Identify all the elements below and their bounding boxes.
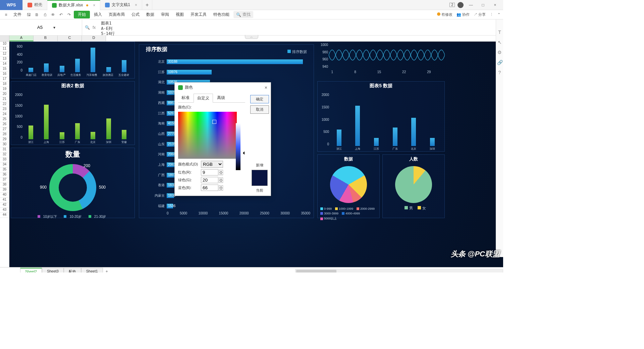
dialog-titlebar[interactable]: 颜色 × (175, 83, 271, 92)
row-header[interactable]: 43 (0, 208, 9, 213)
print-icon[interactable]: ⎙ (42, 11, 48, 18)
row-header[interactable]: 10 (0, 42, 9, 47)
menu-icon[interactable]: ≡ (3, 11, 9, 18)
row-header[interactable]: 33 (0, 157, 9, 162)
row-header[interactable]: 17 (0, 77, 9, 82)
close-button[interactable]: × (490, 3, 500, 7)
close-icon[interactable]: × (93, 3, 95, 8)
row-header[interactable]: 37 (0, 178, 9, 183)
row-header[interactable]: 31 (0, 147, 9, 152)
tab-advanced[interactable]: 高级 (214, 94, 228, 102)
select-tool-icon[interactable]: ↖ (497, 40, 502, 45)
sheet-tab[interactable]: Sheet3 (42, 268, 64, 273)
minimize-button[interactable]: — (466, 3, 476, 7)
row-header[interactable]: 13 (0, 57, 9, 62)
ok-button[interactable]: 确定 (250, 95, 269, 103)
row-header[interactable]: 35 (0, 167, 9, 172)
row-header[interactable]: 28 (0, 132, 9, 137)
row-header[interactable]: 14 (0, 62, 9, 67)
row-header[interactable]: 40 (0, 193, 9, 198)
col-header[interactable]: D (82, 36, 106, 41)
r-input[interactable] (201, 169, 218, 176)
cell-reference[interactable]: ▾ (0, 19, 82, 35)
row-header[interactable]: 21 (0, 97, 9, 102)
tab-new[interactable]: + (142, 0, 152, 10)
scroll-thumb[interactable] (296, 270, 336, 273)
row-header[interactable]: 24 (0, 112, 9, 117)
print-preview-icon[interactable]: 👁 (50, 11, 56, 18)
mode-select[interactable]: RGB (201, 161, 223, 168)
dialog-close-button[interactable]: × (265, 85, 267, 90)
g-input[interactable] (201, 177, 218, 183)
menu-insert[interactable]: 插入 (91, 11, 105, 18)
sheet-tab[interactable]: 配色 (64, 268, 81, 273)
search-icon[interactable]: 🔍 (85, 25, 90, 30)
avatar[interactable] (458, 2, 464, 8)
menu-special[interactable]: 特色功能 (211, 11, 232, 18)
row-header[interactable]: 25 (0, 117, 9, 122)
col-header[interactable]: B (34, 36, 58, 41)
formula-input[interactable]: 图表1 A-E列 5-14行 (98, 19, 503, 35)
row-header[interactable]: 12 (0, 52, 9, 57)
spin-down[interactable]: ▼ (219, 180, 223, 183)
row-header[interactable]: 30 (0, 142, 9, 147)
sheet-tab[interactable]: Sheet2 (20, 268, 42, 273)
row-header[interactable]: 22 (0, 102, 9, 107)
row-header[interactable]: 34 (0, 162, 9, 167)
hue-slider[interactable] (236, 123, 240, 170)
menu-file[interactable]: 文件 (11, 11, 24, 18)
menu-start[interactable]: 开始 (74, 11, 90, 18)
row-header[interactable]: 18 (0, 82, 9, 87)
spin-down[interactable]: ▼ (219, 172, 223, 175)
fx-icon[interactable]: fx (93, 25, 96, 30)
spin-up[interactable]: ▲ (219, 178, 223, 180)
cell-ref-input[interactable] (26, 25, 53, 30)
hue-indicator-icon[interactable] (241, 151, 245, 155)
sheet-tab[interactable]: Sheet1 (81, 268, 103, 273)
row-header[interactable]: 11 (0, 47, 9, 52)
spin-up[interactable]: ▲ (219, 185, 223, 188)
row-header[interactable]: 41 (0, 198, 9, 203)
row-header[interactable]: 36 (0, 172, 9, 178)
notification-badge[interactable]: 2 (449, 3, 455, 7)
add-sheet-button[interactable]: + (103, 268, 111, 273)
row-header[interactable]: 20 (0, 92, 9, 97)
tab-wps[interactable]: WPS (0, 0, 23, 10)
collab-button[interactable]: 👥 协作 (457, 12, 470, 17)
menu-review[interactable]: 审阅 (158, 11, 172, 18)
tab-custom[interactable]: 自定义 (194, 94, 213, 103)
col-header[interactable]: A (9, 36, 34, 41)
maximize-button[interactable]: □ (478, 3, 488, 7)
row-header[interactable]: 27 (0, 127, 9, 132)
undo-icon[interactable]: ↶ (58, 11, 64, 18)
close-icon[interactable]: × (135, 3, 137, 7)
tab-docer[interactable]: 稻壳 (23, 0, 47, 10)
row-header[interactable]: 42 (0, 203, 9, 208)
help-icon[interactable]: ? (497, 70, 502, 75)
crosshair-icon[interactable] (212, 120, 216, 124)
row-header[interactable]: 26 (0, 122, 9, 127)
tab-standard[interactable]: 标准 (178, 94, 193, 102)
status-modified[interactable]: 有修改 (437, 12, 452, 17)
text-tool-icon[interactable]: T (497, 30, 502, 35)
color-field[interactable] (178, 112, 237, 159)
link-icon[interactable]: 🔗 (497, 60, 502, 65)
menu-dev[interactable]: 开发工具 (188, 11, 209, 18)
row-header[interactable]: 32 (0, 152, 9, 157)
row-header[interactable]: 39 (0, 188, 9, 193)
tab-word[interactable]: 文字文稿1× (100, 0, 142, 10)
menu-formula[interactable]: 公式 (129, 11, 142, 18)
col-header[interactable]: C (58, 36, 82, 41)
row-header[interactable]: 29 (0, 137, 9, 142)
row-header[interactable]: 38 (0, 183, 9, 188)
more-icon[interactable]: ⋮ (490, 12, 493, 17)
select-all-corner[interactable] (0, 36, 9, 42)
share-button[interactable]: ↗ 分享 (474, 12, 486, 17)
horizontal-scrollbar[interactable] (295, 269, 503, 273)
chevron-down-icon[interactable]: ⌃ (497, 12, 500, 17)
menu-data[interactable]: 数据 (144, 11, 157, 18)
ribbon-collapse[interactable]: ︿ (245, 35, 258, 39)
cancel-button[interactable]: 取消 (250, 105, 269, 114)
row-header[interactable]: 16 (0, 72, 9, 77)
redo-icon[interactable]: ↷ (66, 11, 72, 18)
